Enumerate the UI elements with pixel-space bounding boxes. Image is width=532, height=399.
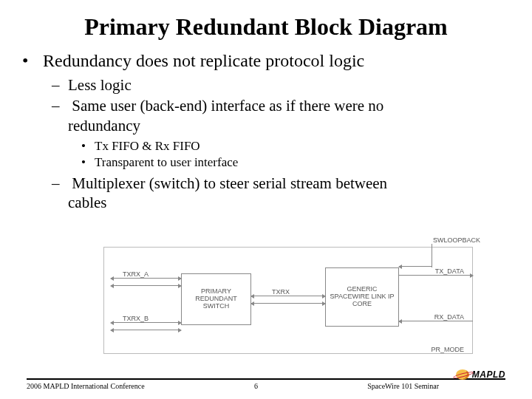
bullet-1a: Less logic: [52, 75, 510, 95]
arrow-txrx-b-bot: [111, 330, 181, 330]
label-txrx-b: TXRX_B: [123, 315, 149, 322]
line-swloopback: [432, 244, 432, 267]
arrow-swloopback: [399, 266, 432, 267]
arrow-rx-data: [399, 321, 473, 321]
label-pr-mode: PR_MODE: [431, 346, 464, 353]
bullet-1c-line1: Multiplexer (switch) to steer serial str…: [72, 174, 387, 192]
arrow-txrx-a-bot: [111, 285, 181, 286]
arrow-txrx-mid-bot: [251, 303, 325, 304]
arrow-txrx-mid-top: [251, 296, 325, 296]
bullet-1b-line2: redundancy: [68, 116, 510, 135]
label-tx-data: TX_DATA: [435, 267, 464, 275]
footer: MAPLD 2006 MAPLD International Conferenc…: [27, 378, 505, 390]
arrow-txrx-a-top: [111, 278, 181, 279]
label-txrx-a: TXRX_A: [123, 270, 149, 278]
bullet-1b-ii: Transparent to user interface: [81, 154, 510, 171]
bullet-1: Redundancy does not replicate protocol l…: [22, 51, 510, 212]
block-diagram: SWLOOPBACK TXRX_A TXRX_B TXRX TX_DATA RX…: [96, 236, 480, 358]
block-core: GENERIC SPACEWIRE LINK IP CORE: [325, 267, 399, 327]
bullet-1-text: Redundancy does not replicate protocol l…: [43, 51, 364, 70]
arrow-tx-data: [399, 275, 473, 276]
arrow-txrx-b-top: [111, 322, 181, 323]
footer-right: SpaceWire 101 Seminar: [367, 382, 439, 390]
bullet-1b-i-text: Tx FIFO & Rx FIFO: [95, 139, 200, 153]
bullet-1b-line1: Same user (back-end) interface as if the…: [72, 97, 383, 115]
footer-left: 2006 MAPLD International Conference: [27, 382, 145, 390]
footer-page-number: 6: [254, 382, 258, 390]
bullet-1b-ii-text: Transparent to user interface: [95, 155, 238, 169]
bullet-1c-line2: cables: [68, 193, 510, 212]
logo-text: MAPLD: [472, 369, 505, 380]
bullet-1b-i: Tx FIFO & Rx FIFO: [81, 138, 510, 154]
slide-title: Primary Redundant Block Diagram: [22, 13, 510, 41]
globe-icon: [456, 369, 469, 380]
bullet-1c: Multiplexer (switch) to steer serial str…: [52, 174, 510, 213]
label-rx-data: RX_DATA: [434, 313, 464, 321]
block-switch: PRIMARY REDUNDANT SWITCH: [181, 273, 251, 325]
bullet-1b: Same user (back-end) interface as if the…: [52, 96, 510, 171]
logo: MAPLD: [456, 369, 505, 380]
label-swloopback: SWLOOPBACK: [433, 236, 480, 244]
bullet-1a-text: Less logic: [68, 76, 132, 94]
footer-rule: [27, 378, 505, 380]
diagram-frame: [103, 247, 473, 354]
bullet-list: Redundancy does not replicate protocol l…: [22, 51, 510, 212]
label-txrx: TXRX: [272, 288, 290, 296]
